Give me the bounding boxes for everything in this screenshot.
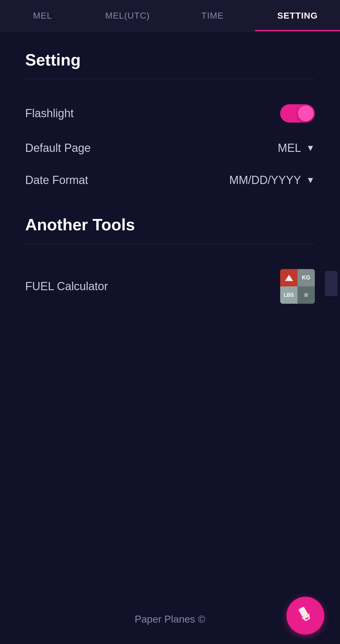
flashlight-toggle[interactable] [280, 104, 315, 123]
fuel-calculator-label: FUEL Calculator [25, 280, 108, 293]
setting-section-title: Setting [25, 50, 315, 69]
flashlight-fab-icon [292, 601, 319, 630]
fuel-calculator-row: FUEL Calculator KG LBS = [25, 260, 315, 313]
tab-mel-utc[interactable]: MEL(UTC) [85, 0, 170, 31]
setting-section: Setting Flashlight Default Page MEL ▼ Da… [25, 50, 315, 196]
date-format-value: MM/DD/YYYY [229, 174, 301, 187]
another-tools-section: Another Tools FUEL Calculator KG LBS [25, 215, 315, 313]
fuel-cell-bottom-left: LBS [280, 286, 298, 304]
chevron-down-icon: ▼ [306, 143, 315, 153]
fuel-cell-top-left [280, 269, 298, 286]
fuel-calculator-icon[interactable]: KG LBS = [280, 269, 315, 304]
tab-setting[interactable]: SETTING [255, 0, 340, 31]
tab-bar: MEL MEL(UTC) TIME SETTING [0, 0, 340, 32]
fuel-cell-top-right: KG [298, 269, 315, 286]
date-format-dropdown[interactable]: MM/DD/YYYY ▼ [229, 174, 315, 187]
default-page-dropdown[interactable]: MEL ▼ [278, 141, 315, 155]
date-format-label: Date Format [25, 174, 88, 187]
scrollbar-hint [325, 271, 337, 296]
chevron-down-icon-2: ▼ [306, 175, 315, 185]
default-page-label: Default Page [25, 141, 91, 155]
toggle-knob [298, 106, 314, 121]
fab-flashlight-button[interactable] [286, 597, 324, 635]
another-tools-title: Another Tools [25, 215, 315, 234]
setting-divider [25, 79, 315, 79]
footer-text: Paper Planes © [135, 613, 206, 625]
tab-time[interactable]: TIME [170, 0, 255, 31]
flashlight-label: Flashlight [25, 107, 74, 120]
main-content: Setting Flashlight Default Page MEL ▼ Da… [0, 32, 340, 332]
default-page-value: MEL [278, 141, 301, 155]
date-format-row: Date Format MM/DD/YYYY ▼ [25, 164, 315, 196]
flashlight-row: Flashlight [25, 95, 315, 132]
fuel-cell-bottom-right: = [298, 286, 315, 304]
default-page-row: Default Page MEL ▼ [25, 132, 315, 164]
tab-mel[interactable]: MEL [0, 0, 85, 31]
svg-marker-0 [285, 275, 293, 281]
another-tools-divider [25, 244, 315, 244]
